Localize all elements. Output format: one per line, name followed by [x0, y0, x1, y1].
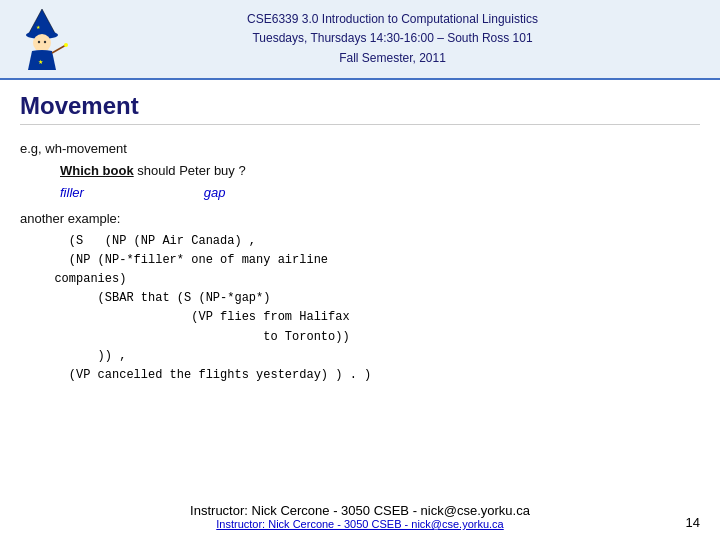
code-line-4: (SBAR that (S (NP-*gap*)	[40, 291, 270, 305]
slide-title: Movement	[20, 92, 700, 125]
gap-label: gap	[204, 183, 226, 203]
svg-point-8	[64, 43, 68, 47]
header: ★ ★ CSE6339 3.0 Introduction to Computat…	[0, 0, 720, 80]
code-line-3: companies)	[40, 272, 126, 286]
svg-line-7	[52, 45, 66, 53]
code-line-8: (VP cancelled the flights yesterday) ) .…	[40, 368, 371, 382]
which-book-suffix: should Peter buy ?	[134, 163, 246, 178]
slide-number: 14	[686, 515, 700, 530]
which-book-bold: Which book	[60, 163, 134, 178]
svg-point-3	[33, 34, 51, 52]
footer-sub-text: Instructor: Nick Cercone - 3050 CSEB - n…	[0, 518, 720, 530]
course-schedule: Tuesdays, Thursdays 14:30-16:00 – South …	[75, 29, 710, 48]
code-line-6: to Toronto))	[40, 330, 350, 344]
another-example: another example:	[20, 209, 700, 229]
course-semester: Fall Semester, 2011	[75, 49, 710, 68]
code-block: (S (NP (NP Air Canada) , (NP (NP-*filler…	[40, 232, 700, 386]
svg-text:★: ★	[38, 59, 43, 65]
code-line-1: (S (NP (NP Air Canada) ,	[40, 234, 256, 248]
course-title: CSE6339 3.0 Introduction to Computationa…	[75, 10, 710, 29]
filler-gap-line: filler gap	[60, 183, 700, 203]
main-content: Movement e.g, wh-movement Which book sho…	[0, 80, 720, 397]
content-body: e.g, wh-movement Which book should Peter…	[20, 139, 700, 385]
code-line-7: )) ,	[40, 349, 126, 363]
svg-point-4	[38, 40, 40, 42]
eg-label: e.g, wh-movement	[20, 139, 700, 159]
code-line-2: (NP (NP-*filler* one of many airline	[40, 253, 328, 267]
filler-label: filler	[60, 183, 84, 203]
svg-point-5	[44, 40, 46, 42]
wizard-logo: ★ ★	[10, 7, 75, 72]
footer: Instructor: Nick Cercone - 3050 CSEB - n…	[0, 503, 720, 530]
footer-main-text: Instructor: Nick Cercone - 3050 CSEB - n…	[0, 503, 720, 518]
code-line-5: (VP flies from Halifax	[40, 310, 350, 324]
header-text: CSE6339 3.0 Introduction to Computationa…	[75, 10, 710, 68]
which-book-line: Which book should Peter buy ?	[60, 161, 700, 181]
